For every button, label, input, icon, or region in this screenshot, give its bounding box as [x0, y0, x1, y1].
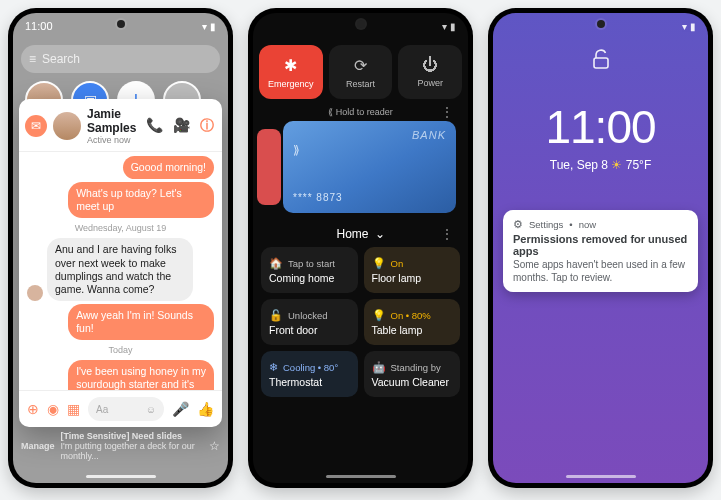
power-menu: ✱ Emergency ⟳ Restart ⏻ Power — [253, 39, 468, 107]
restart-button[interactable]: ⟳ Restart — [329, 45, 393, 99]
manage-button[interactable]: Manage — [21, 441, 55, 451]
emoji-icon[interactable]: ☺ — [146, 404, 156, 415]
message-composer: ⊕ ◉ ▦ Aa ☺ 🎤 👍 — [19, 390, 222, 427]
message-out[interactable]: Aww yeah I'm in! Sounds fun! — [68, 304, 214, 340]
weather-sunny-icon: ☀ — [611, 158, 625, 172]
chevron-down-icon: ⌄ — [375, 227, 385, 241]
power-icon: ⏻ — [422, 56, 438, 74]
bulb-icon: 💡 — [372, 257, 386, 270]
punch-hole-camera — [117, 20, 125, 28]
star-icon[interactable]: ☆ — [209, 439, 220, 453]
gallery-icon[interactable]: ▦ — [67, 401, 80, 417]
messenger-icon: ✉ — [25, 115, 47, 137]
notif-time: now — [579, 219, 596, 230]
wallet-cards[interactable]: BANK ⟫ **** 8873 — [265, 121, 456, 219]
gesture-bar[interactable] — [566, 475, 636, 478]
status-icons: ▾ ▮ — [682, 21, 696, 32]
input-placeholder: Aa — [96, 404, 108, 415]
lock-icon: 🔓 — [269, 309, 283, 322]
emergency-button[interactable]: ✱ Emergency — [259, 45, 323, 99]
day-separator: Wednesday, August 19 — [27, 223, 214, 233]
payment-card[interactable]: BANK ⟫ **** 8873 — [283, 121, 456, 213]
button-label: Power — [417, 78, 443, 88]
card-brand: BANK — [293, 129, 446, 141]
video-call-icon[interactable]: 🎥 — [173, 117, 190, 135]
tile-table-lamp[interactable]: 💡On • 80% Table lamp — [364, 299, 461, 345]
tile-vacuum[interactable]: 🤖Standing by Vacuum Cleaner — [364, 351, 461, 397]
notification-card[interactable]: ⚙ Settings • now Permissions removed for… — [503, 210, 698, 292]
message-in[interactable]: Anu and I are having folks over next wee… — [47, 238, 193, 301]
chat-header: ✉ Jamie Samples Active now 📞 🎥 ⓘ — [19, 99, 222, 152]
lock-icon[interactable] — [493, 49, 708, 74]
apps-icon[interactable]: ⊕ — [27, 401, 39, 417]
button-label: Emergency — [268, 79, 314, 89]
card-behind[interactable] — [257, 129, 281, 205]
thermostat-icon: ❄ — [269, 361, 278, 374]
vacuum-icon: 🤖 — [372, 361, 386, 374]
wallet-overflow-icon[interactable]: ⋮ — [440, 107, 454, 117]
call-icon[interactable]: 📞 — [146, 117, 163, 135]
tile-routine[interactable]: 🏠Tap to start Coming home — [261, 247, 358, 293]
controls-overflow-icon[interactable]: ⋮ — [440, 226, 454, 242]
notif-title: Permissions removed for unused apps — [513, 233, 688, 257]
day-separator: Today — [27, 345, 214, 355]
contact-avatar[interactable] — [53, 112, 81, 140]
restart-icon: ⟳ — [354, 56, 367, 75]
svg-rect-0 — [594, 58, 608, 68]
room-name: Home — [336, 227, 368, 241]
emergency-icon: ✱ — [284, 56, 297, 75]
card-last4: **** 8873 — [293, 192, 343, 203]
routine-icon: 🏠 — [269, 257, 283, 270]
info-icon[interactable]: ⓘ — [200, 117, 214, 135]
punch-hole-camera — [357, 20, 365, 28]
room-selector[interactable]: Home ⌄ ⋮ — [253, 227, 468, 241]
nfc-icon: ⟪ — [328, 107, 333, 117]
button-label: Restart — [346, 79, 375, 89]
tile-thermostat[interactable]: ❄Cooling • 80° Thermostat — [261, 351, 358, 397]
power-button[interactable]: ⏻ Power — [398, 45, 462, 99]
contactless-icon: ⟫ — [293, 143, 300, 157]
phone-power-device-controls: ▾ ▮ ✱ Emergency ⟳ Restart ⏻ Power ⟪ Hold… — [248, 8, 473, 488]
tile-front-door[interactable]: 🔓Unlocked Front door — [261, 299, 358, 345]
notif-body: Some apps haven't been used in a few mon… — [513, 258, 688, 284]
gesture-bar[interactable] — [326, 475, 396, 478]
message-thread[interactable]: Goood morning! What's up today? Let's me… — [19, 152, 222, 390]
message-out[interactable]: I've been using honey in my sourdough st… — [68, 360, 214, 390]
status-icons: ▾ ▮ — [202, 21, 216, 32]
message-out[interactable]: Goood morning! — [123, 156, 214, 179]
avatar-icon — [27, 285, 43, 301]
notif-app-name: Settings — [529, 219, 563, 230]
bulb-icon: 💡 — [372, 309, 386, 322]
footer-body: I'm putting together a deck for our mont… — [61, 441, 203, 461]
message-out[interactable]: What's up today? Let's meet up — [68, 182, 214, 218]
contact-name: Jamie Samples — [87, 107, 140, 135]
footer-title: [Time Sensitive] Need slides — [61, 431, 203, 441]
device-control-grid: 🏠Tap to start Coming home 💡On Floor lamp… — [253, 243, 468, 397]
like-icon[interactable]: 👍 — [197, 401, 214, 417]
phone-messaging-bubbles: 11:00 ▾ ▮ ≡ Search ✉ ▣ + PRIMARY ✉ — [8, 8, 233, 488]
chat-panel: ✉ Jamie Samples Active now 📞 🎥 ⓘ Goood m… — [19, 99, 222, 427]
lock-time: 11:00 — [493, 100, 708, 154]
background-conversation-row[interactable]: Manage [Time Sensitive] Need slides I'm … — [21, 431, 220, 461]
menu-icon[interactable]: ≡ — [29, 52, 36, 66]
search-input[interactable]: ≡ Search — [21, 45, 220, 73]
voice-icon[interactable]: 🎤 — [172, 401, 189, 417]
phone-lock-screen: ▾ ▮ 11:00 Tue, Sep 8 ☀ 75°F ⚙ Settings •… — [488, 8, 713, 488]
status-icons: ▾ ▮ — [442, 21, 456, 32]
message-input[interactable]: Aa ☺ — [88, 397, 164, 421]
gesture-bar[interactable] — [86, 475, 156, 478]
camera-icon[interactable]: ◉ — [47, 401, 59, 417]
punch-hole-camera — [597, 20, 605, 28]
lock-date: Tue, Sep 8 ☀ 75°F — [493, 158, 708, 172]
status-time: 11:00 — [25, 20, 53, 32]
tile-floor-lamp[interactable]: 💡On Floor lamp — [364, 247, 461, 293]
nfc-hint: ⟪ Hold to reader — [265, 107, 456, 117]
search-placeholder: Search — [42, 52, 80, 66]
settings-gear-icon: ⚙ — [513, 218, 523, 231]
contact-status: Active now — [87, 135, 140, 145]
